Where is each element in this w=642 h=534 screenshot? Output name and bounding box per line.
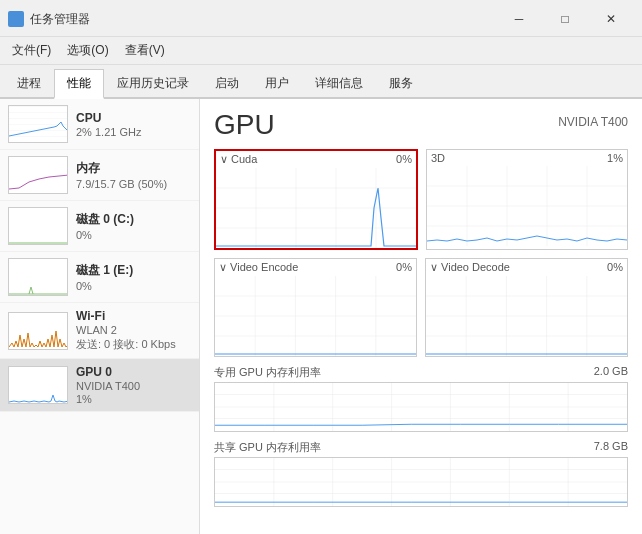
tab-process[interactable]: 进程 [4,69,54,99]
tab-performance[interactable]: 性能 [54,69,104,99]
right-header: GPU NVIDIA T400 [214,109,628,141]
cuda-value: 0% [396,153,412,166]
svg-rect-2 [10,20,15,25]
tab-history[interactable]: 应用历史记录 [104,69,202,99]
video-encode-label: ∨ Video Encode [219,261,298,274]
video-encode-area [215,276,416,356]
menu-file[interactable]: 文件(F) [4,39,59,62]
3d-chart-box: 3D 1% [426,149,628,250]
title-bar: 任务管理器 ─ □ ✕ [0,0,642,37]
dedicated-memory-title: 专用 GPU 内存利用率 [214,365,321,380]
dedicated-memory-value: 2.0 GB [594,365,628,380]
video-decode-chart-box: ∨ Video Decode 0% [425,258,628,357]
main-content: CPU 2% 1.21 GHz 内存 7.9/15.7 GB (50%) [0,99,642,534]
gpu0-thumb [8,366,68,404]
gpu0-info: GPU 0 NVIDIA T400 1% [76,365,191,405]
video-encode-header: ∨ Video Encode 0% [215,259,416,276]
video-encode-chart-box: ∨ Video Encode 0% [214,258,417,357]
disk1-title: 磁盘 1 (E:) [76,262,191,279]
svg-rect-0 [10,13,15,18]
gpu0-subtitle2: NVIDIA T400 [76,380,191,392]
video-decode-header: ∨ Video Decode 0% [426,259,627,276]
menu-view[interactable]: 查看(V) [117,39,173,62]
shared-memory-chart [214,457,628,507]
svg-rect-11 [9,367,68,404]
charts-row-2: ∨ Video Encode 0% [214,258,628,357]
memory-info: 内存 7.9/15.7 GB (50%) [76,160,191,190]
sidebar-item-disk0[interactable]: 磁盘 0 (C:) 0% [0,201,199,252]
svg-rect-8 [9,208,68,245]
tab-startup[interactable]: 启动 [202,69,252,99]
video-encode-value: 0% [396,261,412,274]
video-decode-label: ∨ Video Decode [430,261,510,274]
dedicated-memory-chart [214,382,628,432]
cuda-label: ∨ Cuda [220,153,257,166]
sidebar: CPU 2% 1.21 GHz 内存 7.9/15.7 GB (50%) [0,99,200,534]
charts-row-1: ∨ Cuda 0% [214,149,628,250]
shared-memory-label: 共享 GPU 内存利用率 7.8 GB [214,440,628,455]
wifi-subtitle2: WLAN 2 [76,324,191,336]
memory-subtitle: 7.9/15.7 GB (50%) [76,178,191,190]
video-decode-area [426,276,627,356]
cpu-title: CPU [76,111,191,125]
shared-memory-section: 共享 GPU 内存利用率 7.8 GB [214,440,628,507]
cuda-chart-area [216,168,416,248]
disk0-thumb [8,207,68,245]
shared-memory-title: 共享 GPU 内存利用率 [214,440,321,455]
title-controls: ─ □ ✕ [496,6,634,32]
menu-options[interactable]: 选项(O) [59,39,116,62]
tab-services[interactable]: 服务 [376,69,426,99]
wifi-subtitle: 发送: 0 接收: 0 Kbps [76,337,191,352]
disk0-subtitle: 0% [76,229,191,241]
disk0-info: 磁盘 0 (C:) 0% [76,211,191,241]
memory-title: 内存 [76,160,191,177]
sidebar-item-gpu0[interactable]: GPU 0 NVIDIA T400 1% [0,359,199,412]
gpu0-subtitle: 1% [76,393,191,405]
close-button[interactable]: ✕ [588,6,634,32]
disk0-title: 磁盘 0 (C:) [76,211,191,228]
sidebar-item-disk1[interactable]: 磁盘 1 (E:) 0% [0,252,199,303]
disk1-subtitle: 0% [76,280,191,292]
title-bar-left: 任务管理器 [8,11,90,28]
sidebar-item-memory[interactable]: 内存 7.9/15.7 GB (50%) [0,150,199,201]
cpu-thumb [8,105,68,143]
dedicated-memory-label: 专用 GPU 内存利用率 2.0 GB [214,365,628,380]
gpu-main-title: GPU [214,109,275,141]
3d-label: 3D [431,152,445,164]
sidebar-item-wifi[interactable]: Wi-Fi WLAN 2 发送: 0 接收: 0 Kbps [0,303,199,359]
tab-users[interactable]: 用户 [252,69,302,99]
maximize-button[interactable]: □ [542,6,588,32]
sidebar-item-cpu[interactable]: CPU 2% 1.21 GHz [0,99,199,150]
tab-details[interactable]: 详细信息 [302,69,376,99]
gpu-device-name: NVIDIA T400 [558,115,628,129]
wifi-thumb [8,312,68,350]
cpu-info: CPU 2% 1.21 GHz [76,111,191,138]
3d-value: 1% [607,152,623,164]
3d-chart-header: 3D 1% [427,150,627,166]
cuda-chart-box: ∨ Cuda 0% [214,149,418,250]
disk1-info: 磁盘 1 (E:) 0% [76,262,191,292]
app-icon [8,11,24,27]
memory-thumb [8,156,68,194]
wifi-info: Wi-Fi WLAN 2 发送: 0 接收: 0 Kbps [76,309,191,352]
svg-rect-1 [17,13,22,18]
3d-chart-area [427,166,627,246]
app-title: 任务管理器 [30,11,90,28]
gpu0-title: GPU 0 [76,365,191,379]
shared-memory-value: 7.8 GB [594,440,628,455]
disk1-thumb [8,258,68,296]
cuda-chart-header: ∨ Cuda 0% [216,151,416,168]
svg-rect-3 [17,20,22,25]
menu-bar: 文件(F) 选项(O) 查看(V) [0,37,642,65]
video-decode-value: 0% [607,261,623,274]
tab-bar: 进程 性能 应用历史记录 启动 用户 详细信息 服务 [0,65,642,99]
right-panel: GPU NVIDIA T400 ∨ Cuda 0% [200,99,642,534]
wifi-title: Wi-Fi [76,309,191,323]
minimize-button[interactable]: ─ [496,6,542,32]
svg-rect-9 [9,259,68,296]
dedicated-memory-section: 专用 GPU 内存利用率 2.0 GB [214,365,628,432]
cpu-subtitle: 2% 1.21 GHz [76,126,191,138]
